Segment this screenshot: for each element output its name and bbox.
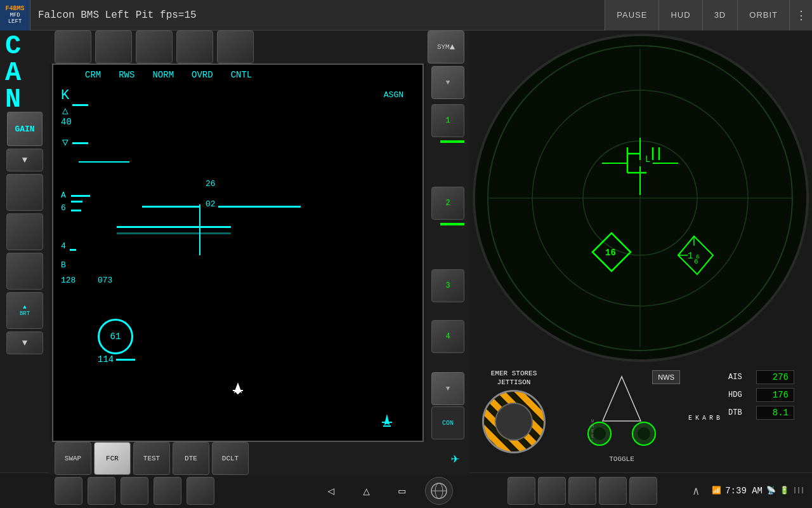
side-button-2[interactable] <box>6 213 43 250</box>
svg-point-32 <box>638 427 650 440</box>
app-icon-mfd: MFD <box>10 12 20 18</box>
svg-text:1: 1 <box>688 251 693 261</box>
con-button[interactable]: CON <box>431 406 464 439</box>
topbar: F4BMS MFD LEFT Falcon BMS Left Pit fps=1… <box>0 0 812 30</box>
3d-button[interactable]: 3D <box>702 0 738 30</box>
fcr-mode-cntl: CNTL <box>231 70 252 80</box>
fcr-bot-nav-btn-1[interactable] <box>55 477 82 505</box>
nws-button[interactable]: NWS <box>652 370 680 384</box>
fcr-numbered-btn-1[interactable]: 1 <box>431 104 464 137</box>
test-button[interactable]: TEST <box>133 442 170 475</box>
radar-nav-btn-5[interactable] <box>629 477 657 505</box>
fcr-bot-nav-btn-5[interactable] <box>187 477 214 505</box>
svg-text:E: E <box>591 429 594 434</box>
target-bar <box>116 359 135 361</box>
brt-down-arrow[interactable]: ▼ <box>6 331 43 354</box>
more-options-button[interactable]: ⋮ <box>789 0 812 30</box>
can-label: C A N <box>5 33 20 113</box>
b-label: B <box>61 260 66 270</box>
radar-nav-btn-3[interactable] <box>568 477 596 505</box>
left-panel: C A N GAIN ▼ ▲ BRT ▼ <box>0 30 49 472</box>
scan-bar-left <box>142 206 199 208</box>
fcr-top-btn-1[interactable] <box>55 30 91 64</box>
back-button[interactable]: ◁ <box>318 478 344 504</box>
globe-button[interactable] <box>425 477 453 505</box>
range-4-label: 4 <box>445 332 450 341</box>
fcr-down-arrow-bot[interactable]: ▼ <box>431 372 464 405</box>
fcr-top-btn-group <box>55 30 254 64</box>
right-panel: ◣ ◢ ◤ ◥ ▮A ○ /\ <box>469 30 812 472</box>
svg-text:W: W <box>591 418 594 424</box>
target-61: 61 <box>110 331 121 342</box>
fcr-panel: SYM▲ ▼ 1 2 <box>49 30 469 472</box>
svg-point-30 <box>593 427 606 440</box>
hdg-label: HDG <box>728 391 752 399</box>
jettison-button[interactable] <box>482 390 546 453</box>
home-button[interactable]: △ <box>354 478 379 504</box>
horiz-bar-mid <box>72 142 88 144</box>
fcr-top-btn-2[interactable] <box>95 30 132 64</box>
svg-text:L: L <box>645 154 650 164</box>
svg-marker-0 <box>234 383 242 394</box>
fcr-numbered-btn-2[interactable]: 2 <box>431 187 464 220</box>
side-button-3[interactable] <box>6 253 43 290</box>
fcr-bot-nav-btn-4[interactable] <box>154 477 181 505</box>
fcr-down-arrow-top[interactable]: ▼ <box>431 66 464 99</box>
brt-label: BRT <box>20 311 30 317</box>
fcr-top-btn-5[interactable] <box>217 30 254 64</box>
fcr-numbered-btn-4[interactable]: 4 <box>431 320 464 353</box>
asgn-label: ASGN <box>384 90 403 100</box>
plane-icon <box>377 412 397 436</box>
radar-svg: L 16 1 6 6 <box>475 36 805 360</box>
fcr-bot-nav-btn-3[interactable] <box>121 477 148 505</box>
brt-button[interactable]: ▲ BRT <box>6 292 43 329</box>
fcr-side-buttons: ▼ 1 2 3 <box>426 64 469 442</box>
radar-display: ◣ ◢ ◤ ◥ ▮A ○ /\ <box>473 34 809 362</box>
sym-button[interactable]: SYM▲ <box>428 30 464 64</box>
orbit-button[interactable]: ORBIT <box>737 0 789 30</box>
fcr-numbered-btn-3[interactable]: 3 <box>431 269 464 302</box>
fcr-bot-nav-btn-2[interactable] <box>88 477 115 505</box>
green-indicator-1 <box>440 140 464 143</box>
num-26: 26 <box>206 179 216 189</box>
hdg-value: 176 <box>756 388 794 402</box>
svg-text:16: 16 <box>605 248 616 258</box>
aircraft-symbol <box>230 382 246 403</box>
fcr-top-btn-4[interactable] <box>176 30 213 64</box>
side-button-1[interactable] <box>6 174 43 211</box>
emer-stores-panel: EMER STORESJETTISON <box>469 365 558 472</box>
gain-down-arrow[interactable]: ▼ <box>6 149 43 171</box>
fcr-button[interactable]: FCR <box>94 442 131 475</box>
range-3-label: 3 <box>445 281 450 290</box>
horiz-bar-top <box>72 104 88 106</box>
caret-up: ∧ <box>680 484 712 498</box>
gain-button[interactable]: GAIN <box>7 112 43 146</box>
pause-button[interactable]: PAUSE <box>605 0 658 30</box>
dte-button[interactable]: DTE <box>173 442 209 475</box>
fcr-top-btn-3[interactable] <box>136 30 173 64</box>
radar-nav-btn-1[interactable] <box>508 477 535 505</box>
num-02: 02 <box>206 199 216 209</box>
num-128: 128 <box>61 276 75 285</box>
svg-marker-28 <box>603 377 641 421</box>
dclt-button[interactable]: DCLT <box>212 442 249 475</box>
radar-nav-btn-2[interactable] <box>538 477 566 505</box>
swap-button[interactable]: SWAP <box>55 442 91 475</box>
ais-row: AIS 276 <box>728 370 807 384</box>
radar-nav-btns <box>502 477 680 505</box>
corner-br: ◥ <box>794 338 801 354</box>
radar-nav-btn-4[interactable] <box>599 477 627 505</box>
svg-text:H: H <box>591 424 594 429</box>
hud-button[interactable]: HUD <box>658 0 702 30</box>
toggle-label: TOGGLE <box>609 455 634 463</box>
recent-button[interactable]: ▭ <box>390 478 415 504</box>
scan-line-3 <box>117 232 231 234</box>
ais-label: AIS <box>728 373 752 382</box>
app-icon-left: LEFT <box>8 18 22 25</box>
fcr-btn-2-area: 2 <box>431 187 464 269</box>
va-indicator: ▮A <box>789 68 806 82</box>
svg-text:L: L <box>591 439 594 444</box>
a-bar2 <box>71 201 82 203</box>
corner-tl: ◣ <box>480 41 488 57</box>
ais-value: 276 <box>756 370 794 384</box>
